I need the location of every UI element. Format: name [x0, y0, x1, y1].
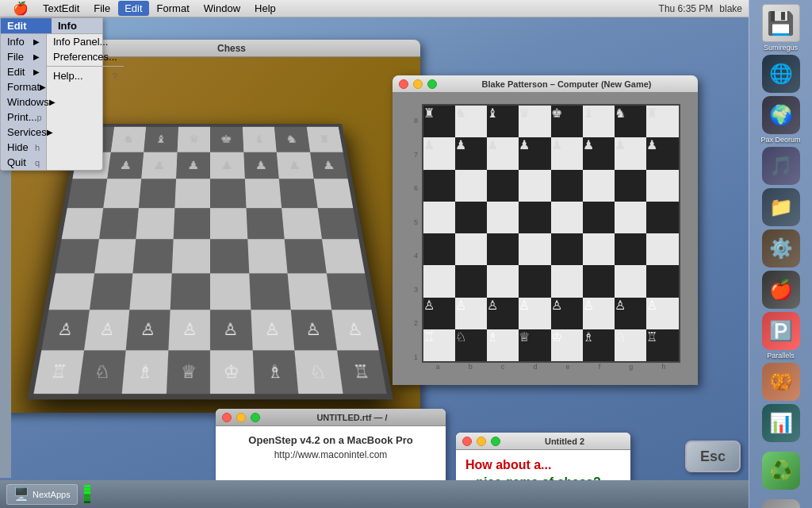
dock-item-chart[interactable]: 📊 [756, 404, 806, 442]
dock-item-1[interactable]: 🌐 [756, 55, 806, 93]
cell-e8: ♚ [210, 127, 243, 152]
dock-item-pax[interactable]: 🌍 Pax Deorum [756, 96, 806, 144]
dropdown-item-edit[interactable]: Edit▶ [1, 64, 46, 79]
cell-f7: ♟ [243, 152, 279, 179]
chess-2-grid: ♜ ♞ ♝ ♛ ♚ ♝ ♞ ♜ ♟ ♟ ♟ ♟ ♟ ♟ [423, 106, 679, 361]
dropdown-header-right[interactable]: Info [52, 18, 102, 33]
dock-item-pretzel[interactable]: 🥨 [756, 363, 806, 401]
chess-2-title: Blake Patterson – Computer (New Game) [442, 79, 691, 89]
dock-icon-apple: 🍎 [762, 271, 800, 309]
dropdown-item-info[interactable]: Info▶ [1, 34, 46, 49]
cell-g8: ♞ [274, 127, 310, 152]
textedit-close[interactable] [222, 413, 232, 422]
dock-item-gear[interactable]: ⚙️ [756, 229, 806, 267]
right-sidebar: 💾 Sumiregus 🌐 🌍 Pax Deorum 🎵 📁 ⚙️ 🍎 🅿️ P… [749, 0, 812, 508]
dock-icon-pretzel: 🥨 [762, 363, 800, 401]
dock-item-hd[interactable]: 💾 Sumiregus [756, 4, 806, 52]
dropdown-item-infopanel[interactable]: Info Panel... [47, 34, 124, 49]
menu-textedit[interactable]: TextEdit [36, 1, 86, 16]
dropdown-right-col: Info Panel... Preferences... Help...? [47, 34, 124, 170]
chess-2-grid-wrapper: ♜ ♞ ♝ ♛ ♚ ♝ ♞ ♜ ♟ ♟ ♟ ♟ ♟ ♟ [422, 104, 680, 363]
chess-2-titlebar: Blake Patterson – Computer (New Game) [393, 75, 698, 93]
cell-e7: ♟ [210, 152, 244, 179]
apple-menu[interactable]: 🍎 [6, 0, 35, 17]
chess-2-max[interactable] [427, 79, 437, 89]
dropdown-header-left[interactable]: Edit [1, 18, 52, 33]
textedit-max[interactable] [251, 413, 260, 422]
edit-dropdown: Edit Info Info▶ File▶ Edit▶ Format▶ Wind… [0, 17, 103, 171]
menu-format[interactable]: Format [151, 1, 196, 16]
dock-icon-gear: ⚙️ [762, 229, 800, 267]
cell-d7: ♟ [176, 152, 210, 179]
dock-icon-folder: 📁 [762, 188, 800, 226]
esc-label: Esc [700, 448, 726, 465]
taskbar-label: NextApps [33, 490, 71, 499]
dock-icon-chart: 📊 [762, 404, 800, 442]
dock-item-music[interactable]: 🎵 [756, 147, 806, 185]
dock-item-apple[interactable]: 🍎 [756, 271, 806, 309]
dropdown-left-col: Info▶ File▶ Edit▶ Format▶ Windows▶ Print… [1, 34, 47, 170]
board-coords-bottom: abcdefgh [422, 363, 680, 371]
menubar-time: Thu 6:35 PM [659, 3, 714, 14]
chess-window-2: Blake Patterson – Computer (New Game) 87… [393, 75, 698, 385]
cell-h7: ♟ [310, 152, 348, 179]
chess-red-text: How about a... [465, 458, 551, 472]
dock-item-parallels[interactable]: 🅿️ Parallels [756, 312, 806, 360]
untitled2-close[interactable] [462, 437, 472, 446]
menu-edit[interactable]: Edit [118, 1, 148, 16]
menubar-right: Thu 6:35 PM blake [659, 3, 742, 14]
dock-icon-music: 🎵 [762, 147, 800, 185]
dropdown-item-format[interactable]: Format▶ [1, 79, 46, 94]
hd-icon: 💾 [762, 4, 800, 42]
menu-window[interactable]: Window [197, 1, 247, 16]
dropdown-item-services[interactable]: Services▶ [1, 125, 46, 140]
dock-item-folder[interactable]: 📁 [756, 188, 806, 226]
chess-2-close[interactable] [399, 79, 408, 89]
chess-2-content: 87654321 ♜ ♞ ♝ ♛ ♚ ♝ ♞ ♜ ♟ [393, 93, 698, 385]
cell-r3-1 [67, 179, 107, 208]
dock-label-parallels: Parallels [767, 352, 795, 360]
cell-c7: ♟ [141, 152, 177, 179]
dropdown-item-quit[interactable]: Quitq [1, 155, 46, 170]
untitled2-title: Untitled 2 [505, 437, 624, 446]
taskbar-nextapps[interactable]: 🖥️ NextApps [6, 484, 78, 505]
untitled2-max[interactable] [491, 437, 500, 446]
textedit-content: OpenStep v4.2 on a MacBook Pro http://ww… [216, 426, 446, 468]
untitled2-titlebar: Untitled 2 [456, 433, 630, 450]
menu-help[interactable]: Help [248, 1, 282, 16]
desktop: otherguest — Parallels Workstation 🍎 Tex… [0, 0, 812, 508]
dock-icon-1: 🌐 [762, 55, 800, 93]
cell-f8: ♝ [242, 127, 276, 152]
textedit-min[interactable] [236, 413, 246, 422]
menu-file[interactable]: File [87, 1, 117, 16]
dock-item-recycle[interactable]: ♻️ [756, 445, 806, 496]
dock-label-sumiregus: Sumiregus [764, 44, 798, 52]
dropdown-item-help[interactable]: Help...? [47, 68, 124, 83]
chess-2-min[interactable] [413, 79, 423, 89]
dock-recycle-wrapper: ♻️ [756, 445, 806, 496]
chess-2-board-wrapper: 87654321 ♜ ♞ ♝ ♛ ♚ ♝ ♞ ♜ ♟ [411, 104, 680, 374]
cell-h8: ♜ [306, 127, 343, 152]
menubar-user: blake [719, 3, 742, 14]
untitled2-min[interactable] [477, 437, 486, 446]
dock-label-pax: Pax Deorum [760, 136, 800, 144]
dock-icon-openstep: ♞ [762, 499, 800, 508]
dropdown-item-windows[interactable]: Windows▶ [1, 94, 46, 110]
dock-icon-pax: 🌍 [762, 96, 800, 134]
volume-indicator [84, 485, 90, 503]
board-coords-left: 87654321 [411, 104, 422, 374]
textedit-line1: OpenStep v4.2 on a MacBook Pro [228, 434, 434, 446]
parallels-taskbar: 🖥️ NextApps [0, 480, 749, 508]
menubar: 🍎 TextEdit File Edit Format Window Help … [0, 0, 749, 17]
textedit-line2: http://www.maconintel.com [228, 449, 434, 460]
textedit-titlebar: UNTITLED.rtf — / [216, 409, 446, 426]
esc-button[interactable]: Esc [685, 441, 741, 472]
dock-item-openstep[interactable]: ♞ OPENSTEP [756, 499, 806, 508]
cell-d8: ♛ [177, 127, 210, 152]
dropdown-item-file[interactable]: File▶ [1, 49, 46, 64]
dropdown-item-hide[interactable]: Hideh [1, 140, 46, 155]
textedit-title: UNTITLED.rtf — / [265, 413, 439, 422]
dropdown-item-preferences[interactable]: Preferences... [47, 49, 124, 64]
dropdown-item-print[interactable]: Print...p [1, 110, 46, 125]
cell-g7: ♟ [277, 152, 313, 179]
